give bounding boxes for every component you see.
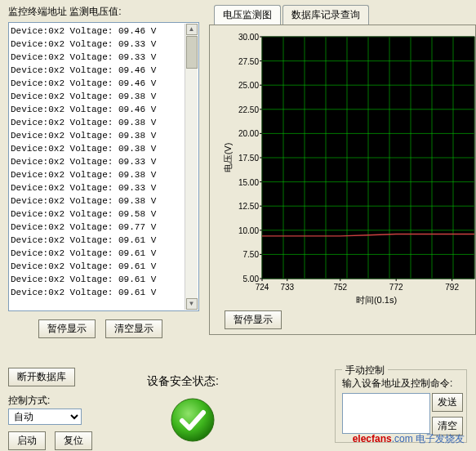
svg-text:25.00: 25.00 [238,81,259,90]
voltage-chart: 5.007.5010.0012.5015.0017.5020.0022.5025… [216,32,476,315]
pause-chart-button[interactable]: 暂停显示 [225,310,282,329]
device-status-label: 设备安全状态: [147,374,219,389]
watermark-brand: elecfans [353,433,392,444]
svg-text:752: 752 [333,283,347,292]
scroll-up-button[interactable]: ▲ [186,24,198,35]
reset-button[interactable]: 复位 [55,431,92,450]
log-header-label: 监控终端地址 监测电压值: [8,5,199,19]
scroll-down-button[interactable]: ▼ [186,298,198,310]
log-text: Device:0x2 Voltage: 09.46 V Device:0x2 V… [11,25,184,309]
manual-command-input[interactable] [342,393,430,434]
watermark-suffix: .com 电子发烧友 [392,433,465,444]
control-mode-select[interactable]: 自动 [8,409,82,425]
svg-text:15.00: 15.00 [238,178,259,187]
disconnect-db-button[interactable]: 断开数据库 [8,368,75,386]
svg-point-58 [171,399,214,441]
svg-text:30.00: 30.00 [238,33,259,42]
manual-legend: 手动控制 [342,364,388,377]
svg-text:27.50: 27.50 [238,57,259,66]
scroll-thumb[interactable] [186,36,198,69]
tab-voltage-chart[interactable]: 电压监测图 [214,5,281,25]
status-ok-icon [170,397,216,443]
svg-text:772: 772 [389,283,403,292]
svg-text:电压(V): 电压(V) [223,143,233,173]
svg-text:22.50: 22.50 [238,105,259,114]
watermark: elecfans.com 电子发烧友 [353,432,465,446]
svg-text:20.00: 20.00 [238,129,259,138]
chart-frame: 5.007.5010.0012.5015.0017.5020.0022.5025… [209,25,476,335]
log-scrollbar[interactable]: ▲ ▼ [185,24,198,310]
svg-text:733: 733 [280,283,294,292]
pause-log-button[interactable]: 暂停显示 [38,319,96,338]
start-button[interactable]: 启动 [8,431,46,450]
svg-text:792: 792 [445,283,459,292]
svg-text:7.50: 7.50 [243,250,260,259]
control-mode-label: 控制方式: [8,394,50,408]
svg-text:724: 724 [256,283,269,292]
tab-bar: 电压监测图 数据库记录查询 [214,5,476,25]
svg-text:17.50: 17.50 [238,154,259,163]
svg-text:12.50: 12.50 [238,202,259,211]
svg-text:10.00: 10.00 [238,226,259,235]
send-button[interactable]: 发送 [432,393,463,412]
log-frame: Device:0x2 Voltage: 09.46 V Device:0x2 V… [8,22,199,311]
tab-db-query[interactable]: 数据库记录查询 [282,5,369,25]
manual-input-label: 输入设备地址及控制命令: [342,377,452,391]
clear-log-button[interactable]: 清空显示 [105,319,162,338]
svg-text:时间(0.1s): 时间(0.1s) [356,295,397,305]
